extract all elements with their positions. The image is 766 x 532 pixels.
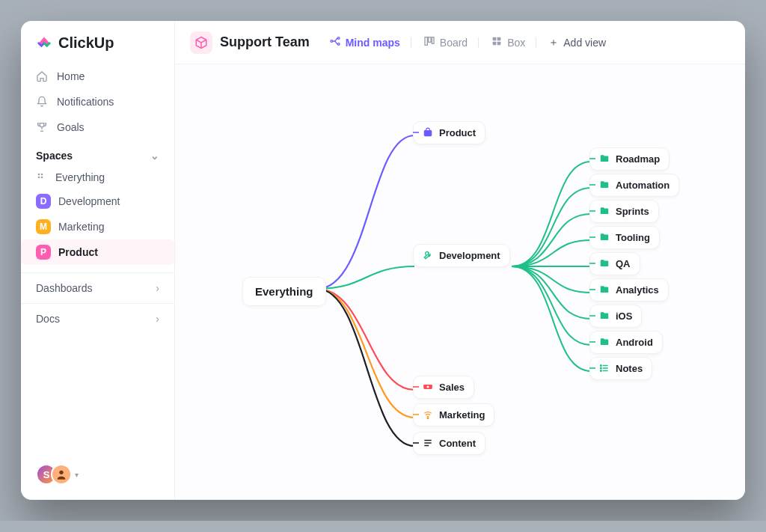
node-label: Android (616, 337, 653, 348)
connector-stub (589, 158, 595, 159)
node-content[interactable]: Content10 (413, 435, 441, 451)
node-dev-automation[interactable]: Automation6 (589, 177, 616, 193)
tab-label: Mind maps (346, 37, 400, 49)
tab-box[interactable]: Box (491, 35, 536, 49)
folder-icon (599, 180, 610, 190)
space-badge: P (36, 245, 51, 260)
brand-name: ClickUp (58, 34, 114, 52)
caret-down-icon: ▾ (75, 471, 79, 479)
docs-label: Docs (36, 313, 60, 325)
svg-rect-11 (493, 37, 497, 41)
node-sales[interactable]: Sales8 (413, 379, 440, 395)
node-label: Tooling (616, 232, 650, 243)
primary-nav: Home Notifications Goals (21, 64, 174, 139)
cube-icon (190, 31, 212, 54)
node-label: Roadmap (616, 153, 660, 165)
chevron-right-icon: › (156, 313, 159, 325)
folder-icon (599, 337, 610, 347)
svg-rect-9 (428, 37, 430, 43)
node-marketing[interactable]: Marketing18 (413, 406, 441, 423)
nav-goals[interactable]: Goals (21, 115, 174, 139)
plus-icon: ＋ (548, 36, 559, 49)
node-product[interactable]: Product6 (413, 124, 440, 141)
nav-home[interactable]: Home (21, 64, 174, 88)
node-label: Marketing (439, 409, 485, 421)
connector-stub (589, 263, 595, 264)
wrench-icon (423, 250, 433, 260)
node-dev-analytics[interactable]: Analytics5 (589, 281, 616, 298)
separator (478, 37, 479, 48)
node-label: Product (439, 127, 476, 138)
chevron-down-icon: ⌄ (150, 150, 159, 162)
svg-rect-12 (497, 37, 501, 41)
sidebar: ClickUp Home Notifications Goals Spaces … (21, 21, 175, 500)
svg-point-2 (38, 177, 40, 179)
folder-icon (599, 258, 610, 269)
app-window: ClickUp Home Notifications Goals Spaces … (21, 21, 745, 500)
spaces-list: DDevelopmentMMarketingPProduct (21, 189, 174, 265)
tab-label: Board (440, 37, 468, 49)
svg-point-18 (601, 365, 602, 367)
node-dev-ios[interactable]: iOS1 (589, 308, 616, 324)
bell-icon (36, 96, 48, 108)
svg-rect-8 (425, 37, 427, 46)
spaces-header[interactable]: Spaces ⌄ (21, 139, 174, 166)
node-dev-notes[interactable]: Notes3 (589, 360, 616, 376)
lines-icon (423, 438, 433, 448)
box-icon (491, 35, 503, 49)
connector-stub (589, 236, 595, 238)
svg-point-16 (426, 385, 429, 388)
workspace-switcher[interactable]: S ▾ (21, 456, 174, 492)
sidebar-docs[interactable]: Docs › (21, 303, 174, 334)
board-icon (423, 35, 435, 49)
tab-board[interactable]: Board (423, 35, 479, 49)
nav-label: Goals (57, 121, 85, 133)
list-icon (599, 363, 610, 373)
node-label: QA (616, 258, 631, 269)
node-label: Analytics (616, 284, 659, 296)
mindmap-canvas[interactable]: Everything Product6DevelopmentSales8Mark… (175, 64, 745, 500)
money-icon (423, 382, 433, 392)
node-dev-android[interactable]: Android4 (589, 334, 616, 350)
node-root[interactable]: Everything (242, 277, 326, 306)
sidebar-space-product[interactable]: PProduct (21, 239, 174, 265)
node-label: Everything (255, 285, 313, 298)
connector-stub (589, 184, 595, 186)
node-label: Sales (439, 382, 465, 393)
sidebar-item-everything[interactable]: Everything (21, 166, 174, 189)
node-dev-qa[interactable]: QA11 (589, 255, 618, 272)
mindmap-icon (329, 35, 341, 49)
bag-icon (423, 127, 433, 138)
sidebar-space-marketing[interactable]: MMarketing (21, 214, 174, 239)
nav-notifications[interactable]: Notifications (21, 90, 174, 114)
sidebar-dashboards[interactable]: Dashboards › (21, 272, 174, 303)
wifi-icon (423, 409, 433, 420)
space-label: Development (58, 195, 120, 207)
add-view-button[interactable]: ＋ Add view (548, 36, 606, 49)
dashboards-label: Dashboards (36, 282, 93, 294)
add-view-label: Add view (563, 37, 606, 49)
node-label: Development (439, 250, 500, 261)
node-label: Notes (616, 363, 643, 374)
svg-point-7 (337, 43, 340, 46)
svg-point-20 (601, 370, 602, 372)
brand-logo[interactable]: ClickUp (21, 33, 174, 57)
node-dev-roadmap[interactable]: Roadmap11 (589, 150, 618, 167)
svg-point-19 (601, 367, 602, 369)
nav-label: Notifications (57, 96, 114, 108)
sidebar-space-development[interactable]: DDevelopment (21, 189, 174, 214)
separator (411, 37, 411, 48)
trophy-icon (36, 121, 48, 133)
page-title-text: Support Team (220, 34, 310, 50)
spaces-header-label: Spaces (36, 150, 73, 162)
folder-icon (599, 311, 610, 321)
node-dev-tooling[interactable]: Tooling5 (589, 229, 616, 245)
node-dev-sprints[interactable]: Sprints11 (589, 203, 618, 219)
svg-rect-13 (493, 42, 497, 46)
page-title[interactable]: Support Team (190, 31, 310, 54)
tab-mind-maps[interactable]: Mind maps (329, 35, 411, 49)
view-tabs: Mind maps Board Box ＋ Add view (329, 35, 606, 49)
everything-label: Everything (55, 171, 105, 183)
svg-point-3 (41, 177, 43, 179)
grid-icon (36, 171, 48, 183)
